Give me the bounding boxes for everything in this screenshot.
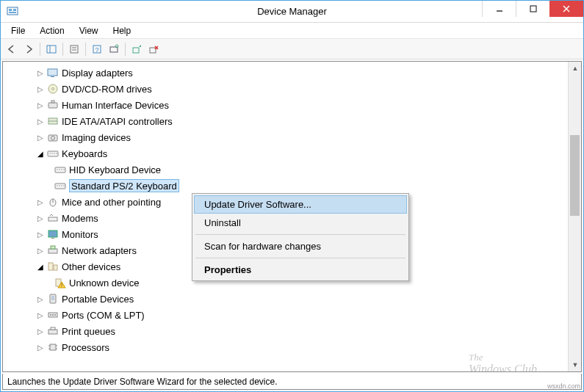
cpu-icon bbox=[47, 341, 59, 353]
mouse-icon bbox=[47, 196, 59, 208]
toolbar-separator bbox=[85, 43, 86, 56]
svg-rect-54 bbox=[54, 265, 57, 270]
svg-point-38 bbox=[59, 169, 60, 170]
toolbar-separator bbox=[125, 43, 126, 56]
svg-point-35 bbox=[56, 153, 57, 153]
ide-icon bbox=[47, 115, 59, 127]
svg-rect-51 bbox=[48, 249, 57, 253]
svg-rect-18 bbox=[150, 48, 156, 53]
menu-action[interactable]: Action bbox=[32, 24, 71, 37]
scroll-thumb[interactable] bbox=[570, 135, 580, 216]
toolbar-separator bbox=[62, 43, 63, 56]
svg-rect-2 bbox=[13, 9, 16, 11]
forward-button[interactable] bbox=[21, 41, 37, 57]
ctx-uninstall[interactable]: Uninstall bbox=[194, 214, 407, 232]
scroll-down-icon[interactable]: ▼ bbox=[569, 358, 582, 371]
svg-rect-1 bbox=[9, 9, 12, 11]
svg-rect-25 bbox=[48, 103, 57, 108]
scroll-up-icon[interactable]: ▲ bbox=[569, 62, 582, 75]
svg-point-33 bbox=[51, 153, 52, 153]
svg-point-42 bbox=[57, 185, 57, 186]
expand-icon[interactable]: ▷ bbox=[35, 342, 46, 352]
svg-rect-59 bbox=[51, 296, 54, 300]
menu-help[interactable]: Help bbox=[106, 24, 139, 37]
uninstall-button[interactable] bbox=[145, 41, 162, 57]
tree-node-keyboards[interactable]: ◢ Keyboards bbox=[10, 145, 568, 161]
ctx-update-driver[interactable]: Update Driver Software... bbox=[194, 195, 407, 214]
statusbar: Launches the Update Driver Software Wiza… bbox=[2, 374, 582, 390]
tree-node-hid-keyboard[interactable]: HID Keyboard Device bbox=[10, 161, 568, 178]
svg-line-7 bbox=[563, 6, 569, 12]
tree-node-processors[interactable]: ▷ Processors bbox=[10, 339, 568, 355]
expand-icon[interactable]: ▷ bbox=[35, 84, 46, 94]
svg-text:?: ? bbox=[95, 46, 98, 54]
portable-icon bbox=[47, 293, 59, 305]
menubar: File Action View Help bbox=[1, 23, 583, 39]
other-devices-icon bbox=[47, 261, 59, 272]
context-menu: Update Driver Software... Uninstall Scan… bbox=[192, 193, 409, 281]
disc-icon bbox=[47, 83, 59, 95]
ctx-scan-hardware[interactable]: Scan for hardware changes bbox=[194, 237, 407, 255]
keyboard-icon bbox=[54, 180, 66, 192]
tree-node-ports[interactable]: ▷ Ports (COM & LPT) bbox=[10, 307, 568, 323]
expand-icon[interactable]: ▷ bbox=[35, 326, 46, 336]
svg-point-45 bbox=[63, 185, 64, 186]
modem-icon bbox=[47, 212, 59, 224]
keyboard-icon bbox=[47, 148, 59, 159]
tree-node-display-adapters[interactable]: ▷ Display adapters bbox=[10, 65, 568, 81]
svg-rect-48 bbox=[48, 217, 57, 221]
tree-node-print-queues[interactable]: ▷ Print queues bbox=[10, 323, 568, 339]
expand-icon[interactable]: ▷ bbox=[35, 197, 46, 207]
expand-icon[interactable]: ▷ bbox=[35, 229, 46, 239]
titlebar[interactable]: Device Manager bbox=[1, 1, 583, 23]
expand-icon[interactable]: ▷ bbox=[35, 310, 46, 320]
expand-icon[interactable]: ▷ bbox=[35, 100, 46, 110]
toolbar: ? bbox=[1, 39, 583, 59]
tree-node-dvd[interactable]: ▷ DVD/CD-ROM drives bbox=[10, 81, 568, 97]
back-button[interactable] bbox=[4, 41, 20, 57]
ctx-separator bbox=[195, 234, 405, 235]
collapse-icon[interactable]: ◢ bbox=[35, 261, 46, 272]
svg-rect-26 bbox=[51, 101, 54, 103]
ctx-properties[interactable]: Properties bbox=[194, 261, 407, 279]
port-icon bbox=[47, 309, 59, 321]
tree-node-portable[interactable]: ▷ Portable Devices bbox=[10, 291, 568, 307]
maximize-button[interactable] bbox=[516, 1, 549, 17]
help-button[interactable]: ? bbox=[89, 41, 105, 57]
scan-hardware-button[interactable] bbox=[106, 41, 122, 57]
svg-rect-66 bbox=[50, 344, 56, 350]
expand-icon[interactable]: ▷ bbox=[35, 68, 46, 78]
tree-node-imaging[interactable]: ▷ Imaging devices bbox=[10, 129, 568, 145]
svg-point-61 bbox=[50, 314, 51, 316]
menu-view[interactable]: View bbox=[72, 24, 106, 37]
expand-icon[interactable]: ▷ bbox=[35, 245, 46, 255]
expand-icon[interactable]: ▷ bbox=[35, 132, 46, 142]
svg-rect-5 bbox=[530, 6, 536, 12]
properties-button[interactable] bbox=[66, 41, 82, 57]
credit-text: wsxdn.com bbox=[547, 382, 580, 390]
svg-rect-8 bbox=[47, 46, 56, 53]
expand-icon[interactable]: ▷ bbox=[35, 116, 46, 126]
monitor-icon bbox=[47, 228, 59, 240]
toolbar-separator bbox=[40, 43, 40, 56]
tree-node-ide[interactable]: ▷ IDE ATA/ATAPI controllers bbox=[10, 113, 568, 129]
show-hide-tree-button[interactable] bbox=[43, 41, 60, 57]
close-button[interactable] bbox=[549, 1, 583, 17]
svg-line-6 bbox=[563, 6, 569, 12]
update-driver-button[interactable] bbox=[129, 41, 145, 57]
tree-node-ps2-keyboard[interactable]: Standard PS/2 Keyboard bbox=[10, 178, 568, 194]
expand-icon[interactable]: ▷ bbox=[35, 294, 46, 304]
printer-icon bbox=[47, 325, 59, 337]
svg-rect-21 bbox=[48, 69, 57, 76]
tree-node-hid[interactable]: ▷ Human Interface Devices bbox=[10, 97, 568, 113]
vertical-scrollbar[interactable]: ▲ ▼ bbox=[568, 62, 581, 371]
svg-point-62 bbox=[52, 314, 54, 316]
minimize-button[interactable] bbox=[482, 1, 516, 17]
collapse-icon[interactable]: ◢ bbox=[35, 148, 46, 159]
expand-icon[interactable]: ▷ bbox=[35, 213, 46, 223]
menu-file[interactable]: File bbox=[4, 24, 32, 37]
hid-icon bbox=[47, 99, 59, 111]
warning-icon: ! bbox=[54, 277, 66, 288]
ctx-separator bbox=[195, 258, 405, 258]
svg-point-32 bbox=[49, 153, 50, 153]
